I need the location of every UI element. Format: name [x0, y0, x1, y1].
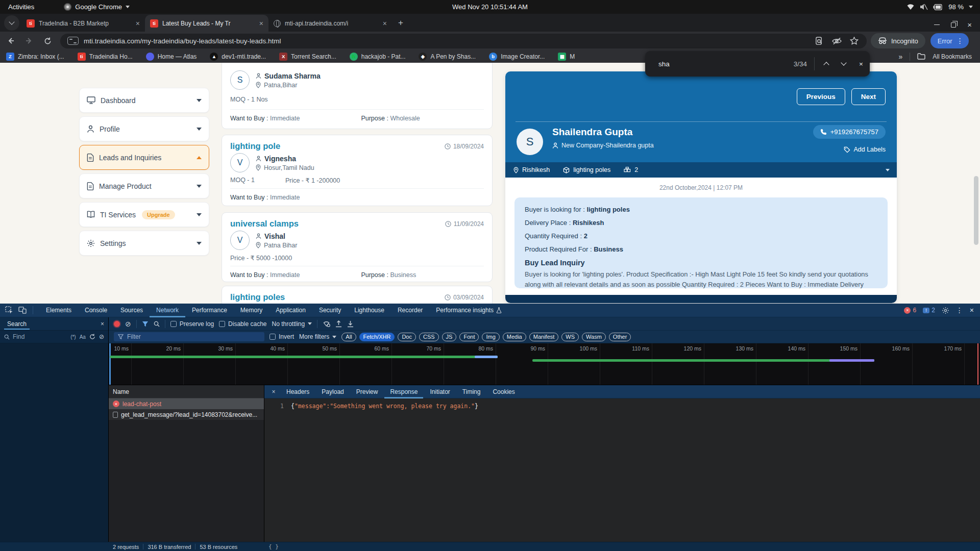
restore-button[interactable]: [951, 22, 956, 28]
reload-button[interactable]: [40, 33, 55, 48]
bookmark-star-icon[interactable]: [850, 37, 859, 45]
network-overview-timeline[interactable]: 10 ms 20 ms 30 ms 40 ms 50 ms 60 ms 70 m…: [109, 343, 980, 385]
match-case-toggle[interactable]: Aa: [80, 334, 86, 340]
detail-tab-preview[interactable]: Preview: [351, 385, 384, 398]
phone-button[interactable]: +919267675757: [813, 125, 886, 139]
filter-pill-media[interactable]: Media: [503, 333, 526, 341]
regex-toggle[interactable]: (*): [70, 334, 76, 340]
devtools-tab-sources[interactable]: Sources: [114, 304, 150, 317]
detail-meta-bar[interactable]: Rishikesh lighting poles 2: [505, 162, 897, 178]
tab-close-icon[interactable]: ×: [383, 19, 387, 28]
bookmark-msheet[interactable]: ▦M: [558, 53, 575, 61]
sidebar-item-manage-product[interactable]: Manage Product: [79, 173, 209, 198]
search-icon[interactable]: [154, 321, 160, 327]
close-window-button[interactable]: ×: [967, 21, 972, 29]
devtools-tab-elements[interactable]: Elements: [39, 304, 78, 317]
detail-tab-initiator[interactable]: Initiator: [424, 385, 455, 398]
response-viewer[interactable]: 1 {"message":"Something went wrong, plea…: [264, 398, 980, 542]
refresh-icon[interactable]: [89, 334, 95, 340]
activities-button[interactable]: Activities: [0, 3, 42, 11]
url-bar[interactable]: mti.tradeindia.com/my-tradeindia/buy-lea…: [60, 34, 867, 48]
site-info-icon[interactable]: [67, 37, 79, 45]
devtools-tab-memory[interactable]: Memory: [234, 304, 269, 317]
find-input[interactable]: sha: [645, 60, 794, 68]
bookmark-codepen[interactable]: ◈A Pen by Shas...: [419, 53, 476, 61]
invert-checkbox[interactable]: Invert: [270, 333, 294, 340]
import-har-icon[interactable]: [335, 320, 342, 328]
record-button[interactable]: [114, 321, 120, 327]
clear-network-log-icon[interactable]: ⊘: [125, 320, 131, 328]
kebab-menu-icon[interactable]: ⋮: [957, 37, 964, 45]
back-button[interactable]: [3, 33, 18, 48]
tab-tradeindia[interactable]: ti TradeIndia - B2B Marketp ×: [21, 15, 145, 32]
filter-pill-font[interactable]: Font: [459, 333, 479, 341]
bookmark-hackajob[interactable]: hhackajob - Pat...: [350, 53, 406, 61]
sidebar-item-ti-services[interactable]: TI Services Upgrade: [79, 202, 209, 227]
kebab-menu-icon[interactable]: ⋮: [956, 306, 963, 314]
filter-pill-doc[interactable]: Doc: [398, 333, 416, 341]
detail-tab-payload[interactable]: Payload: [316, 385, 349, 398]
devtools-tab-recorder[interactable]: Recorder: [391, 304, 429, 317]
filter-pill-all[interactable]: All: [341, 333, 356, 341]
bookmarks-overflow-button[interactable]: »: [899, 53, 903, 61]
filter-funnel-icon[interactable]: [142, 321, 149, 327]
search-find-input[interactable]: Find: [13, 333, 24, 340]
devtools-tab-performance[interactable]: Performance: [185, 304, 234, 317]
tab-close-icon[interactable]: ×: [259, 19, 263, 28]
request-row-get-lead-message[interactable]: get_lead_message/?lead_id=14083702&recei…: [109, 409, 264, 420]
tab-mti-api[interactable]: mti-api.tradeindia.com/i ×: [268, 15, 392, 32]
bookmark-image-creator[interactable]: bImage Creator...: [489, 53, 545, 61]
detail-tab-response[interactable]: Response: [384, 385, 423, 398]
filter-pill-fetch-xhr[interactable]: Fetch/XHR: [359, 333, 395, 341]
lead-title[interactable]: universal clamps: [230, 219, 299, 229]
tab-latest-buy-leads[interactable]: ti Latest Buy Leads - My Tr ×: [145, 15, 268, 32]
filter-pill-ws[interactable]: WS: [561, 333, 579, 341]
app-menu[interactable]: Google Chrome: [64, 3, 130, 11]
battery-icon[interactable]: [933, 4, 943, 10]
filter-pill-js[interactable]: JS: [442, 333, 457, 341]
lead-card-lighting-poles[interactable]: lighting poles 03/09/2024: [222, 286, 493, 304]
add-labels-button[interactable]: Add Labels: [844, 146, 886, 153]
new-tab-button[interactable]: +: [394, 16, 407, 30]
lead-card-lighting-pole[interactable]: lighting pole 18/09/2024 V Vignesha Hosu…: [222, 135, 493, 206]
system-menu-caret-icon[interactable]: [969, 6, 973, 8]
sidebar-item-leads-and-inquiries[interactable]: Leads and Inquiries: [79, 145, 209, 170]
tab-close-icon[interactable]: ×: [136, 19, 140, 28]
format-button[interactable]: { }: [264, 543, 279, 550]
lens-search-icon[interactable]: [815, 37, 824, 45]
filter-pill-img[interactable]: Img: [482, 333, 499, 341]
devtools-tab-application[interactable]: Application: [269, 304, 312, 317]
export-har-icon[interactable]: [347, 320, 354, 328]
disable-cache-checkbox[interactable]: Disable cache: [219, 320, 266, 328]
inspect-element-icon[interactable]: [5, 306, 13, 314]
sidebar-item-settings[interactable]: Settings: [79, 231, 209, 256]
console-error-badge[interactable]: ×6: [904, 307, 916, 314]
minimize-button[interactable]: [934, 24, 940, 26]
chevron-down-icon[interactable]: [886, 169, 890, 171]
find-next-button[interactable]: [835, 55, 852, 72]
lead-title[interactable]: lighting pole: [230, 141, 280, 151]
page-scrollbar[interactable]: [974, 176, 978, 245]
bookmark-atlas[interactable]: Home — Atlas: [146, 53, 197, 61]
detail-tab-cookies[interactable]: Cookies: [487, 385, 520, 398]
devtools-close-button[interactable]: ×: [970, 306, 974, 314]
name-column-header[interactable]: Name: [109, 385, 264, 398]
sidebar-item-profile[interactable]: Profile: [79, 116, 209, 141]
devtools-tab-security[interactable]: Security: [312, 304, 348, 317]
bookmark-torrent[interactable]: XTorrent Search...: [279, 53, 336, 61]
more-filters-select[interactable]: More filters: [299, 333, 336, 340]
throttling-select[interactable]: No throttling: [272, 320, 312, 328]
find-previous-button[interactable]: [818, 55, 835, 72]
filter-pill-css[interactable]: CSS: [419, 333, 439, 341]
next-button[interactable]: Next: [851, 88, 886, 105]
close-detail-icon[interactable]: ×: [267, 388, 280, 395]
issues-badge[interactable]: !2: [923, 307, 935, 314]
sidebar-item-dashboard[interactable]: Dashboard: [79, 88, 209, 113]
system-clock[interactable]: Wed Nov 20 10:51:44 AM: [452, 3, 528, 11]
clear-icon[interactable]: ⊘: [99, 333, 104, 340]
wifi-icon[interactable]: [906, 4, 915, 10]
bookmark-tradeindia[interactable]: tiTradeindia Ho...: [78, 53, 133, 61]
filter-pill-wasm[interactable]: Wasm: [582, 333, 606, 341]
filter-pill-manifest[interactable]: Manifest: [529, 333, 559, 341]
devtools-tab-console[interactable]: Console: [78, 304, 114, 317]
